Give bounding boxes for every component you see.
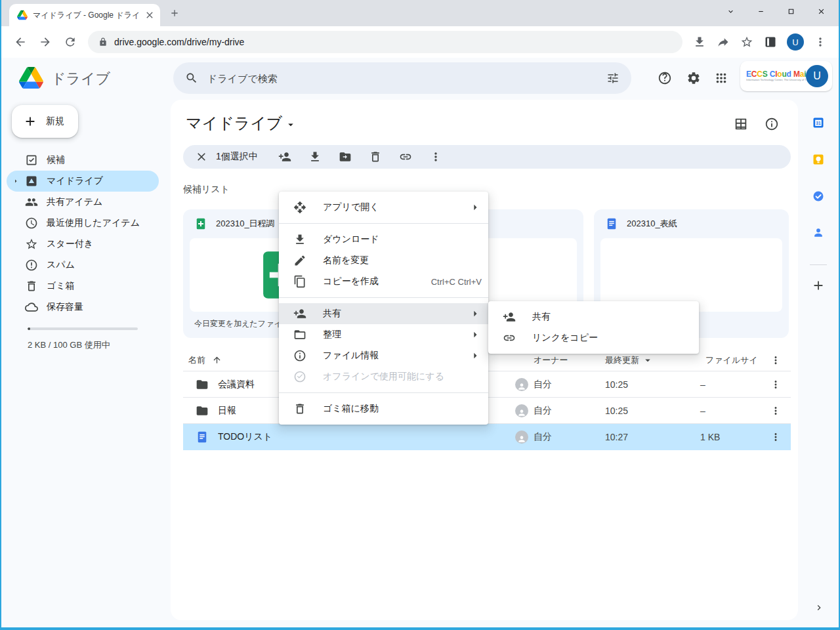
address-bar[interactable] xyxy=(88,31,682,53)
offline-pin-icon xyxy=(293,370,306,383)
title-dropdown-icon[interactable] xyxy=(285,119,297,131)
expand-panel-icon[interactable] xyxy=(814,602,824,613)
modified-filter-icon[interactable] xyxy=(642,354,654,366)
grid-view-icon[interactable] xyxy=(734,117,748,131)
drive-header: ドライブ ECCS Cloud Mail Information Technol… xyxy=(1,58,839,98)
submenu-item-share[interactable]: 共有 xyxy=(488,306,699,327)
menu-item-open-with[interactable]: アプリで開く xyxy=(279,197,488,218)
bookmark-star-icon[interactable] xyxy=(740,35,753,49)
row-more-icon[interactable] xyxy=(770,379,782,390)
organize-folder-icon xyxy=(293,328,306,341)
download-icon xyxy=(293,233,306,246)
storage-progress-bar xyxy=(28,327,138,330)
suggested-section-label[interactable]: 候補リスト xyxy=(183,184,230,196)
menu-item-trash[interactable]: ゴミ箱に移動 xyxy=(279,398,488,419)
drive-logo-icon[interactable] xyxy=(19,67,43,89)
window-restore-down-button[interactable] xyxy=(715,0,746,22)
menu-item-make-copy[interactable]: コピーを作成 Ctrl+C Ctrl+V xyxy=(279,271,488,292)
keep-icon[interactable] xyxy=(812,153,825,166)
sidebar-item-my-drive[interactable]: マイドライブ xyxy=(7,171,159,192)
row-more-icon[interactable] xyxy=(770,405,782,417)
search-input[interactable] xyxy=(207,73,597,84)
install-app-icon[interactable] xyxy=(693,35,706,49)
column-modified[interactable]: 最終更新 xyxy=(605,354,639,366)
sort-ascending-icon[interactable] xyxy=(212,355,222,365)
page-title[interactable]: マイドライブ xyxy=(186,113,297,134)
back-button[interactable] xyxy=(14,35,27,49)
copy-link-selection-icon[interactable] xyxy=(399,150,412,163)
account-chip[interactable]: ECCS Cloud Mail Information Technology C… xyxy=(740,61,832,91)
new-tab-button[interactable] xyxy=(169,8,180,18)
new-button[interactable]: 新規 xyxy=(12,105,78,138)
sidebar-item-recent[interactable]: 最近使用したアイテム xyxy=(7,213,159,234)
account-avatar[interactable]: U xyxy=(806,65,828,87)
sidebar-item-shared[interactable]: 共有アイテム xyxy=(7,192,159,213)
column-size[interactable]: ファイルサイ xyxy=(705,355,758,365)
person-icon xyxy=(517,434,526,444)
column-name[interactable]: 名前 xyxy=(188,354,205,366)
share-page-icon[interactable] xyxy=(717,35,730,49)
add-app-icon[interactable] xyxy=(811,278,826,293)
plus-icon xyxy=(23,114,37,129)
owner-avatar xyxy=(515,378,528,391)
share-submenu: 共有 リンクをコピー xyxy=(488,301,699,354)
link-icon xyxy=(503,331,516,345)
sidebar-item-starred[interactable]: スター付き xyxy=(7,234,159,255)
sidebar-item-trash[interactable]: ゴミ箱 xyxy=(7,276,159,297)
search-bar[interactable] xyxy=(173,62,631,94)
submenu-item-copy-link[interactable]: リンクをコピー xyxy=(488,327,699,348)
sheets-file-icon xyxy=(194,217,207,230)
product-name: ドライブ xyxy=(51,69,110,89)
menu-item-file-info[interactable]: ファイル情報 xyxy=(279,345,488,366)
search-icon[interactable] xyxy=(185,72,198,85)
download-selection-icon[interactable] xyxy=(308,150,322,163)
column-owner[interactable]: オーナー xyxy=(534,354,568,366)
folder-icon xyxy=(196,404,209,417)
storage-usage-label: 2 KB / 100 GB 使用中 xyxy=(28,339,171,351)
owner-avatar xyxy=(515,430,528,444)
delete-selection-icon[interactable] xyxy=(369,150,382,163)
move-selection-icon[interactable] xyxy=(339,150,352,163)
side-panel-icon[interactable] xyxy=(764,35,777,49)
menu-divider xyxy=(279,392,488,393)
help-icon[interactable] xyxy=(658,71,672,85)
more-actions-icon[interactable] xyxy=(429,150,442,163)
window-close-button[interactable] xyxy=(806,0,836,22)
browser-avatar[interactable]: U xyxy=(787,33,804,51)
clock-icon xyxy=(25,217,38,230)
browser-tab[interactable]: マイドライブ - Google ドライブ xyxy=(9,4,160,26)
window-minimize-button[interactable] xyxy=(746,0,776,22)
menu-item-share[interactable]: 共有 xyxy=(279,303,488,324)
browser-toolbar: U xyxy=(1,26,839,58)
menu-item-download[interactable]: ダウンロード xyxy=(279,229,488,250)
sidebar-item-storage[interactable]: 保存容量 xyxy=(7,297,159,318)
window-maximize-button[interactable] xyxy=(776,0,806,22)
forward-button[interactable] xyxy=(39,35,52,49)
menu-item-organize[interactable]: 整理 xyxy=(279,324,488,345)
docs-file-icon xyxy=(196,430,209,444)
rail-divider xyxy=(810,264,827,265)
calendar-icon[interactable]: 31 xyxy=(812,116,825,129)
tasks-icon[interactable] xyxy=(812,190,825,203)
gear-icon[interactable] xyxy=(686,71,701,85)
info-icon[interactable] xyxy=(765,117,779,131)
sidebar-item-suggested[interactable]: 候補 xyxy=(7,150,159,171)
browser-menu-icon[interactable] xyxy=(814,35,827,49)
search-options-icon[interactable] xyxy=(606,72,620,85)
share-selection-icon[interactable] xyxy=(278,150,291,163)
reload-button[interactable] xyxy=(64,35,77,49)
people-icon xyxy=(25,196,38,209)
shortcut-label: Ctrl+C Ctrl+V xyxy=(431,277,482,287)
contacts-icon[interactable] xyxy=(812,226,825,240)
clear-selection-icon[interactable] xyxy=(195,150,208,163)
url-input[interactable] xyxy=(114,37,672,47)
menu-item-rename[interactable]: 名前を変更 xyxy=(279,250,488,271)
header-more-icon[interactable] xyxy=(770,354,782,366)
expand-caret-icon[interactable] xyxy=(12,177,20,185)
person-icon xyxy=(517,382,526,391)
apps-grid-icon[interactable] xyxy=(714,71,728,85)
sidebar-item-spam[interactable]: スパム xyxy=(7,255,159,276)
table-row-selected[interactable]: TODOリスト 自分 10:27 1 KB xyxy=(183,424,791,450)
row-more-icon[interactable] xyxy=(770,431,782,443)
tab-close-icon[interactable] xyxy=(144,10,155,20)
